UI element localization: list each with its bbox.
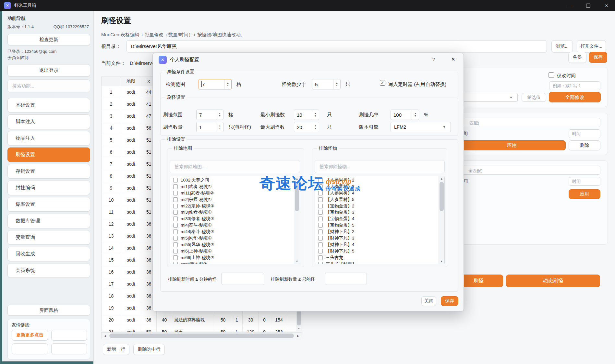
spinner-arrows-icon[interactable]: ▲▼ [412, 110, 419, 120]
checkbox-icon[interactable] [318, 204, 323, 208]
close-button[interactable]: ✕ [601, 0, 612, 11]
detect-range-spinner[interactable]: 7 ▲▼ [199, 79, 232, 89]
map-item[interactable]: mi55|风华·秘境② [170, 241, 294, 248]
function-search-input[interactable] [7, 79, 90, 92]
map-item[interactable]: mi2|宗师·秘境① [170, 196, 294, 203]
spinner-arrows-icon[interactable]: ▲▼ [312, 110, 319, 120]
sidebar-item-11[interactable]: 会员系统 [7, 263, 90, 278]
example-input[interactable] [549, 81, 600, 90]
link-button-3[interactable] [12, 343, 48, 354]
monster-item[interactable]: 【宝物金蛋】4 [315, 216, 439, 222]
monster-item[interactable]: 【人参果树】5 [315, 196, 439, 203]
minimize-button[interactable]: — [564, 0, 575, 11]
monster-item[interactable]: 【财神下凡】2 [315, 229, 439, 235]
map-item[interactable]: mi22|宗师·秘境② [170, 203, 294, 209]
time-input-2[interactable] [569, 177, 600, 186]
exclude-maps-search[interactable] [170, 160, 300, 173]
checkbox-icon[interactable] [318, 191, 323, 195]
spawn-count-spinner[interactable]: 1 ▲▼ [196, 122, 223, 132]
sidebar-item-4[interactable]: 刷怪设置 [7, 147, 90, 162]
monster-less-spinner[interactable]: 5 ▲▼ [312, 79, 341, 89]
add-row-button[interactable]: 新增一行 [103, 344, 129, 355]
scroll-left-icon[interactable]: ◀ [102, 333, 109, 339]
function-search[interactable] [7, 79, 90, 92]
filter-value-button[interactable]: 筛选值 [522, 93, 546, 102]
backup-button[interactable]: 备份 [568, 52, 586, 63]
checkbox-icon[interactable] [173, 249, 178, 253]
checkbox-icon[interactable] [318, 249, 323, 253]
monster-item[interactable]: 【人参果树】4 [315, 190, 439, 196]
exclude-monsters-search-input[interactable] [315, 160, 445, 173]
map-item[interactable]: 1002|天尊之间 [170, 177, 294, 183]
spinner-arrows-icon[interactable]: ▲▼ [333, 79, 340, 89]
monster-item[interactable]: 【人参果树】3 [315, 183, 439, 190]
spawn-rate-spinner[interactable]: 100 ▲▼ [391, 110, 419, 120]
apply-button-1[interactable]: 应用 [458, 140, 566, 150]
checkbox-icon[interactable] [173, 255, 178, 260]
map-item[interactable]: mi3|修者·秘境① [170, 209, 294, 216]
spinner-arrows-icon[interactable]: ▲▼ [312, 122, 319, 132]
monsters-scroll-thumb[interactable] [440, 182, 444, 211]
scroll-down-icon[interactable]: ▼ [439, 259, 444, 264]
timer-checkbox[interactable]: ✓ [380, 80, 385, 86]
maximize-button[interactable] [583, 0, 594, 11]
engine-select[interactable]: LFM2 ▼ [391, 122, 451, 132]
browse-button[interactable]: 浏览... [551, 40, 573, 53]
checkbox-icon[interactable] [173, 197, 178, 202]
sidebar-item-3[interactable]: 物品注入 [7, 131, 90, 146]
checkbox-icon[interactable] [173, 242, 178, 247]
theme-style-button[interactable]: 界面风格 [7, 305, 90, 316]
link-update-button[interactable]: 更新更多点击 [12, 330, 48, 341]
checkbox-icon[interactable] [173, 204, 178, 208]
dialog-help-button[interactable]: ? [432, 56, 435, 62]
scroll-up-icon[interactable]: ▲ [439, 176, 444, 181]
sidebar-item-7[interactable]: 爆率设置 [7, 197, 90, 212]
map-item[interactable]: mi44|泰斗·秘境② [170, 229, 294, 235]
min-spawn-spinner[interactable]: 10 ▲▼ [294, 110, 319, 120]
exclude-maps-list[interactable]: 1002|天尊之间mi1|武者·秘境①mi11|武者·秘境②mi2|宗师·秘境①… [170, 176, 300, 264]
max-spawn-spinner[interactable]: 20 ▲▼ [294, 122, 319, 132]
map-item[interactable]: mi1|武者·秘境① [170, 183, 294, 190]
checkbox-icon[interactable] [318, 223, 323, 228]
modify-all-button[interactable]: 全部修改 [549, 92, 601, 102]
delete-button[interactable]: 删除 [569, 140, 600, 150]
spinner-arrows-icon[interactable]: ▲▼ [216, 110, 223, 120]
table-row[interactable]: 20scdt3640魔法的冥界幽魂501300154 [102, 314, 302, 326]
monster-item[interactable]: 【宝物金蛋】5 [315, 222, 439, 229]
scroll-down-icon[interactable]: ▼ [296, 326, 302, 331]
map-item[interactable]: mi4|泰斗·秘境① [170, 222, 294, 229]
monsters-list-scrollbar[interactable]: ▲ ▼ [439, 176, 444, 264]
apply-button-2[interactable]: 应用 [569, 189, 600, 199]
checkbox-icon[interactable] [318, 197, 323, 202]
checkbox-icon[interactable] [318, 236, 323, 241]
checkbox-icon[interactable] [173, 236, 178, 241]
checkbox-icon[interactable] [318, 242, 323, 247]
exclude-monsters-list[interactable]: 【人参果树】2【人参果树】3【人参果树】4【人参果树】5【宝物金蛋】2【宝物金蛋… [315, 176, 445, 264]
map-item[interactable]: mi5|风华·秘境① [170, 235, 294, 241]
sidebar-item-5[interactable]: 存销设置 [7, 164, 90, 179]
table-horizontal-scrollbar[interactable]: ◀ ▶ [101, 332, 302, 339]
dynamic-spawn-button[interactable]: 动态刷怪 [506, 275, 600, 287]
checkbox-icon[interactable] [318, 255, 323, 260]
map-item[interactable]: mi6|上神·秘境① [170, 248, 294, 254]
checkbox-icon[interactable] [318, 178, 323, 182]
maps-scroll-thumb[interactable] [295, 182, 299, 211]
time-input-1[interactable] [569, 129, 600, 138]
monster-item[interactable]: 【宝物金蛋】3 [315, 209, 439, 216]
sidebar-item-1[interactable]: 基础设置 [7, 98, 90, 112]
scroll-down-icon[interactable]: ▼ [294, 259, 300, 264]
sidebar-item-9[interactable]: 变量查询 [7, 230, 90, 245]
sidebar-item-6[interactable]: 封挂编码 [7, 181, 90, 195]
spinner-arrows-icon[interactable]: ▲▼ [216, 122, 223, 132]
logout-button[interactable]: 退出登录 [7, 64, 90, 76]
checkbox-icon[interactable] [318, 262, 323, 264]
map-item[interactable]: mi33|修者·秘境② [170, 216, 294, 222]
sidebar-item-10[interactable]: 回收生成 [7, 247, 90, 261]
checkbox-icon[interactable] [173, 223, 178, 228]
checkbox-icon[interactable] [173, 178, 178, 182]
scroll-up-icon[interactable]: ▲ [294, 176, 300, 181]
exclude-maps-search-input[interactable] [170, 160, 300, 173]
monster-item[interactable]: 【宝物金蛋】2 [315, 203, 439, 209]
checkbox-icon[interactable] [173, 262, 178, 264]
checkbox-icon[interactable] [173, 210, 178, 215]
